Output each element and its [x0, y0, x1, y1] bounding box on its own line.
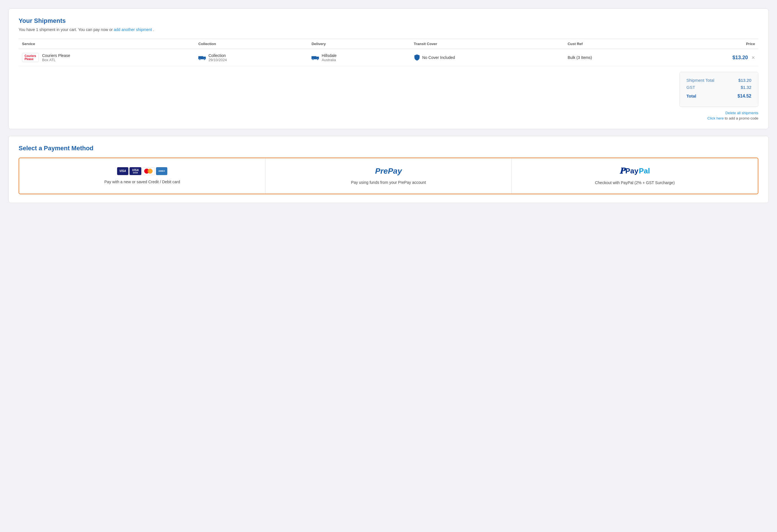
col-custref: Cust Ref: [564, 39, 664, 49]
svg-rect-4: [312, 56, 316, 59]
paypal-desc: Checkout with PayPal (2% + GST Surcharge…: [595, 180, 675, 186]
total-label: Total: [686, 94, 696, 99]
svg-point-7: [317, 59, 319, 60]
collection-cell: Collection 29/10/2024: [195, 49, 308, 66]
total-row: Total $14.52: [686, 92, 751, 99]
shipments-table: Service Collection Delivery Transit Cove…: [19, 39, 758, 66]
visa-logo: VISA: [117, 167, 128, 175]
delivery-truck-icon: [312, 55, 319, 60]
add-shipment-link[interactable]: add another shipment: [114, 27, 152, 32]
page-title: Your Shipments: [19, 17, 758, 24]
couriers-please-logo: Couriers Please: [22, 53, 39, 62]
svg-rect-0: [198, 56, 203, 59]
delivery-cell: Hillsdale Australia: [308, 49, 410, 66]
payment-options-container: VISA VISA Debit AMEX Pay with a new or s…: [19, 158, 758, 194]
delete-row-button[interactable]: ✕: [751, 55, 755, 60]
visa-debit-logo: VISA Debit: [129, 167, 141, 175]
amex-logo: AMEX: [156, 167, 167, 175]
payment-option-paypal[interactable]: 𝐏 PayPal Checkout with PayPal (2% + GST …: [512, 158, 758, 194]
service-name-text: Couriers Please Box ATL: [42, 53, 70, 62]
svg-point-3: [204, 59, 205, 60]
delete-all-link[interactable]: Delete all shipments: [726, 111, 758, 115]
prepay-logo: PrePay: [375, 167, 402, 176]
total-value: $14.52: [738, 94, 751, 99]
col-delivery: Delivery: [308, 39, 410, 49]
service-cell: Couriers Please Couriers Please Box ATL: [19, 49, 195, 66]
shipment-total-row: Shipment Total $13.20: [686, 78, 751, 83]
bottom-links: Delete all shipments Click here to add a…: [707, 111, 758, 120]
summary-box: Shipment Total $13.20 GST $1.32 Total $1…: [679, 72, 758, 107]
price-cell: $13.20 ✕: [664, 49, 758, 66]
mastercard-logo: [142, 167, 155, 175]
transit-cell: No Cover Included: [411, 49, 564, 66]
payment-option-card[interactable]: VISA VISA Debit AMEX Pay with a new or s…: [19, 158, 265, 194]
col-price: Price: [664, 39, 758, 49]
shipment-total-label: Shipment Total: [686, 78, 714, 83]
shipments-card: Your Shipments You have 1 shipment in yo…: [8, 8, 769, 129]
payment-title: Select a Payment Method: [19, 145, 758, 152]
paypal-p-icon: 𝐏: [620, 166, 625, 176]
card-payment-desc: Pay with a new or saved Credit / Debit c…: [104, 179, 180, 185]
card-logos: VISA VISA Debit AMEX: [117, 167, 167, 175]
col-collection: Collection: [195, 39, 308, 49]
payment-card: Select a Payment Method VISA VISA Debit …: [8, 136, 769, 203]
gst-row: GST $1.32: [686, 85, 751, 90]
svg-point-2: [199, 59, 201, 60]
table-row: Couriers Please Couriers Please Box ATL: [19, 49, 758, 66]
promo-link[interactable]: Click here: [707, 116, 724, 120]
paypal-logo: 𝐏 PayPal: [620, 166, 650, 176]
gst-value: $1.32: [741, 85, 751, 90]
col-service: Service: [19, 39, 195, 49]
truck-icon: [198, 55, 206, 60]
col-transit: Transit Cover: [411, 39, 564, 49]
payment-option-prepay[interactable]: PrePay Pay using funds from your PrePay …: [265, 158, 512, 194]
gst-label: GST: [686, 85, 695, 90]
custref-cell: Bulk (3 Items): [564, 49, 664, 66]
prepay-desc: Pay using funds from your PrePay account: [351, 179, 426, 185]
svg-point-6: [312, 59, 314, 60]
shield-icon: [414, 54, 420, 61]
row-price: $13.20: [733, 55, 748, 60]
subtitle-text: You have 1 shipment in your cart. You ca…: [19, 27, 758, 32]
shipment-total-value: $13.20: [738, 78, 751, 83]
